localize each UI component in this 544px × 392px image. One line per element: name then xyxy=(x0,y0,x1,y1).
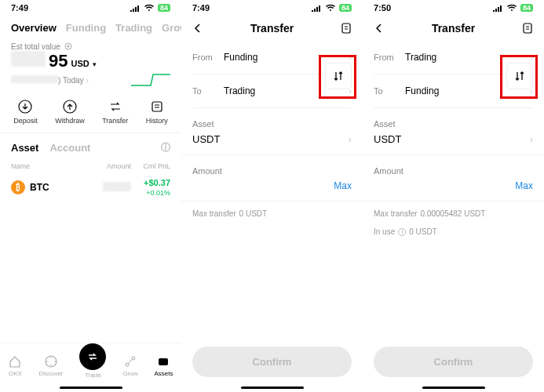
top-tabs: Overview Funding Trading Grow xyxy=(0,16,181,38)
info-icon[interactable]: ⓘ xyxy=(161,141,170,154)
today-label: ) Today xyxy=(58,76,84,85)
nav-trade[interactable]: Trade xyxy=(79,343,106,379)
from-label: From xyxy=(192,53,224,62)
amount-section-label: Amount xyxy=(181,155,363,177)
home-indicator xyxy=(241,387,304,389)
nav-assets[interactable]: Assets xyxy=(154,354,173,377)
deposit-icon xyxy=(18,100,32,114)
transfer-button[interactable]: Transfer xyxy=(102,100,128,125)
col-name: Name xyxy=(11,162,92,170)
deposit-button[interactable]: Deposit xyxy=(13,100,38,125)
chevron-down-icon[interactable]: ▾ xyxy=(93,60,97,68)
history-button[interactable]: History xyxy=(146,100,168,125)
signal-icon xyxy=(311,4,322,12)
amount-input-row[interactable]: Max xyxy=(181,177,363,201)
transfer-screen-funding-to-trading: 7:49 84 Transfer From Funding › To Tradi… xyxy=(181,0,363,392)
chevron-right-icon: › xyxy=(349,53,352,62)
from-to-block: From Trading › To Funding › xyxy=(363,41,544,108)
inuse-value: 0 USDT xyxy=(409,227,437,236)
asset-tab[interactable]: Asset xyxy=(11,142,38,154)
nav-grow[interactable]: Grow xyxy=(122,354,137,377)
chevron-right-icon: › xyxy=(86,76,88,85)
value-unit: USD xyxy=(71,59,89,68)
records-icon[interactable] xyxy=(341,23,352,34)
asset-pnl-pct: +0.01% xyxy=(146,189,170,197)
transfer-icon xyxy=(108,100,122,114)
asset-selector[interactable]: USDT › xyxy=(181,130,363,155)
from-value: Trading xyxy=(405,52,530,63)
tab-trading[interactable]: Trading xyxy=(115,22,152,34)
asset-selector[interactable]: USDT › xyxy=(363,130,544,155)
today-change-row: ) Today › xyxy=(0,71,181,93)
chevron-right-icon: › xyxy=(530,133,533,145)
battery-badge: 84 xyxy=(158,4,170,12)
est-total-label: Est total value xyxy=(11,42,60,51)
chevron-right-icon: › xyxy=(530,53,533,62)
to-label: To xyxy=(374,86,405,96)
withdraw-icon xyxy=(63,100,77,114)
total-value: 95 USD ▾ xyxy=(0,51,181,71)
status-right: 84 xyxy=(130,4,170,12)
svg-rect-9 xyxy=(342,24,350,33)
confirm-button[interactable]: Confirm xyxy=(374,347,533,377)
battery-badge: 84 xyxy=(520,4,533,12)
change-hidden xyxy=(11,75,58,83)
max-transfer-label: Max transfer xyxy=(192,209,236,218)
col-pnl: Cml PnL xyxy=(131,162,170,170)
max-button[interactable]: Max xyxy=(334,180,352,191)
withdraw-button[interactable]: Withdraw xyxy=(55,100,85,125)
eye-icon[interactable] xyxy=(64,42,73,51)
sparkline-chart xyxy=(131,71,170,89)
swap-direction-button[interactable] xyxy=(325,63,352,89)
wifi-icon xyxy=(144,4,155,12)
signal-icon xyxy=(130,4,141,12)
in-use-info: In use i 0 USDT xyxy=(363,220,544,238)
trade-icon xyxy=(79,343,106,370)
confirm-button[interactable]: Confirm xyxy=(192,347,352,377)
est-total-label-row: Est total value xyxy=(0,38,181,51)
status-bar: 7:50 84 xyxy=(363,0,544,16)
asset-account-tabs: Asset Account ⓘ xyxy=(0,133,181,158)
asset-section-label: Asset xyxy=(181,108,363,130)
battery-badge: 84 xyxy=(339,4,352,12)
svg-rect-10 xyxy=(524,24,531,33)
back-icon[interactable] xyxy=(374,23,385,34)
svg-rect-4 xyxy=(152,102,162,111)
account-tab[interactable]: Account xyxy=(49,142,90,154)
signal-icon xyxy=(492,4,503,12)
chevron-right-icon: › xyxy=(349,133,352,145)
amount-section-label: Amount xyxy=(363,155,544,177)
asset-row-btc[interactable]: ₿BTC +$0.37+0.01% xyxy=(0,172,181,203)
status-time: 7:49 xyxy=(192,3,210,13)
tab-overview[interactable]: Overview xyxy=(11,22,57,34)
inuse-label: In use xyxy=(374,227,395,236)
max-button[interactable]: Max xyxy=(515,180,533,191)
info-icon[interactable]: i xyxy=(398,228,406,236)
status-time: 7:50 xyxy=(374,3,391,13)
status-bar: 7:49 84 xyxy=(181,0,363,16)
records-icon[interactable] xyxy=(522,23,533,34)
swap-direction-button[interactable] xyxy=(506,63,533,89)
btc-icon: ₿ xyxy=(11,180,25,194)
transfer-header: Transfer xyxy=(181,16,363,41)
asset-list-header: Name Amount Cml PnL xyxy=(0,158,181,172)
nav-okx[interactable]: OKX xyxy=(8,354,22,377)
from-value: Funding xyxy=(224,52,349,63)
transfer-header: Transfer xyxy=(363,16,544,41)
amount-input-row[interactable]: Max xyxy=(363,177,544,201)
from-label: From xyxy=(374,53,405,62)
status-bar: 7:49 84 xyxy=(0,0,181,16)
home-indicator xyxy=(60,387,122,389)
assets-overview-screen: 7:49 84 Overview Funding Trading Grow Es… xyxy=(0,0,181,392)
history-icon xyxy=(150,100,164,114)
to-label: To xyxy=(192,86,224,96)
wifi-icon xyxy=(506,4,517,12)
asset-value: USDT xyxy=(374,133,401,145)
tab-funding[interactable]: Funding xyxy=(66,22,106,34)
asset-name: BTC xyxy=(30,182,49,193)
svg-point-1 xyxy=(67,45,69,48)
action-row: Deposit Withdraw Transfer History xyxy=(0,93,181,133)
max-transfer-label: Max transfer xyxy=(374,209,418,218)
back-icon[interactable] xyxy=(192,23,203,34)
nav-discover[interactable]: Discover xyxy=(38,354,63,377)
